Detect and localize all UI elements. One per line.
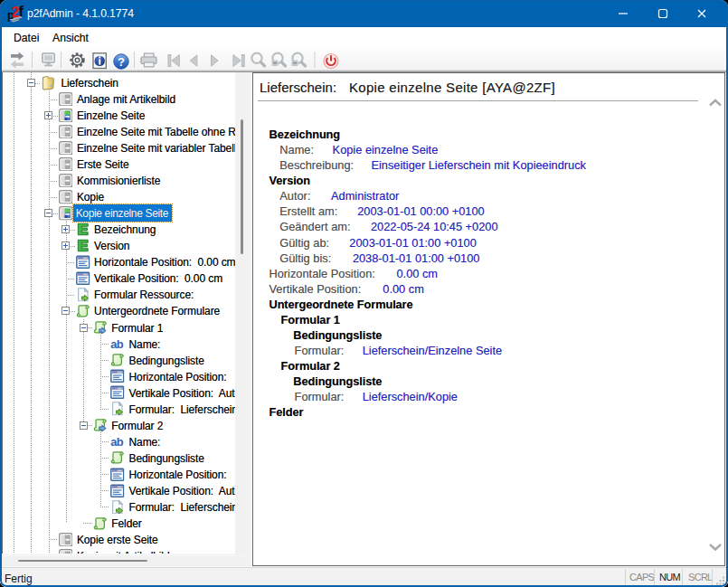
svg-text:f: f	[19, 3, 24, 19]
svg-text:?: ?	[118, 55, 125, 69]
